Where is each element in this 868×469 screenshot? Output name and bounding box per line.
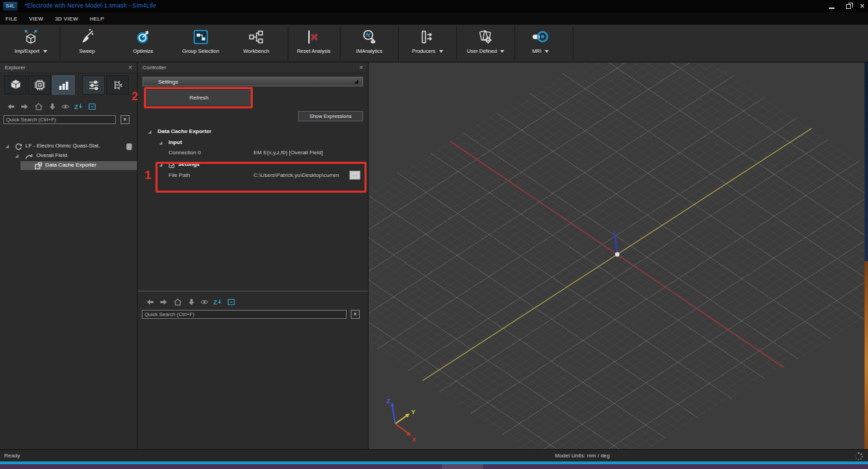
visibility-eye-icon[interactable] [199,297,210,306]
select-box-icon[interactable] [226,297,236,306]
controller-panel: Controller × Settings Refresh Show Expre… [138,62,368,449]
group-selection-icon [192,27,210,47]
nav-forward-icon[interactable] [20,101,30,111]
expander-icon[interactable] [148,130,151,134]
field-arrow-icon [25,152,33,160]
refresh-button[interactable]: Refresh [145,89,253,106]
collapse-triangle-icon [354,80,358,84]
taskbar-item-hint [442,464,483,469]
model-cube-icon [9,78,23,92]
nav-back-icon[interactable] [5,101,16,111]
sort-z-icon[interactable]: Z [73,101,84,111]
toolbar-label: Reset Analysis [297,48,330,54]
reset-analysis-icon [305,27,323,47]
controller-close-icon[interactable]: × [359,64,363,71]
toolbar-optimize[interactable]: Optimize [118,27,169,60]
menu-3d-view[interactable]: 3D VIEW [55,16,78,22]
busy-spinner-icon [854,452,863,461]
tree-row-data-cache-exporter[interactable]: Data Cache Exporter [0,161,137,170]
menu-file[interactable]: FILE [5,16,17,22]
toolbar-imp-export[interactable]: Imp/Export [4,27,58,60]
expander-icon[interactable] [15,154,18,158]
toolbar-imanalytics[interactable]: IMAnalytics [343,27,396,60]
visibility-eye-icon[interactable] [60,101,71,111]
property-group-data-cache-exporter[interactable]: Data Cache Exporter [138,128,368,136]
user-defined-docs-icon [477,27,495,47]
nav-back-icon[interactable] [145,297,155,306]
controller-header: Controller × [138,62,368,73]
tree-row-simulation[interactable]: LF - Electro Ohmic Quasi-Stat. [0,142,137,151]
database-icon [125,143,133,151]
property-group-label: Data Cache Exporter [158,128,212,134]
toolbar-reset-analysis[interactable]: Reset Analysis [290,27,337,60]
property-group-settings[interactable]: Settings [138,160,368,169]
file-path-value[interactable]: C:\Users\Patrick.yu\Desktop\curren [253,172,339,178]
menu-help[interactable]: HELP [90,16,104,22]
restore-button[interactable] [843,2,854,10]
explorer-search-clear-icon[interactable]: × [121,115,129,124]
panel-divider [138,291,368,291]
hierarchy-tree-icon [111,78,125,92]
expander-icon[interactable] [5,145,9,148]
status-bar: Ready Model Units: mm / deg [0,449,868,461]
toolbar-separator [398,26,399,60]
simulation-chip-icon [33,78,47,92]
expander-icon[interactable] [159,163,162,167]
toolbar-separator [60,26,60,60]
minimize-button[interactable] [826,2,836,10]
toolbar-workbench[interactable]: Workbench [232,27,281,60]
controller-search-clear-icon[interactable]: × [351,310,360,319]
toolbar-group-selection[interactable]: Group Selection [173,27,229,60]
controller-search-input[interactable] [142,310,347,319]
z-axis-label: Z [386,397,390,405]
nav-down-icon[interactable] [47,101,58,111]
property-group-input[interactable]: Input [138,139,368,147]
analysis-chart-icon [57,78,71,92]
view-simulation-button[interactable] [28,75,51,95]
nav-home-icon[interactable] [34,101,44,111]
menu-bar: FILE VIEW 3D VIEW HELP [0,12,868,25]
dropdown-caret-icon [545,50,549,53]
browse-file-button[interactable]: … [349,171,360,180]
toolbar-user-defined[interactable]: User Defined [458,27,514,60]
property-label: File Path [169,172,190,178]
toolbar-sweep[interactable]: Sweep [64,27,110,60]
toolbar-producers[interactable]: Producers [400,27,455,60]
tree-row-overall-field[interactable]: Overall Field [0,152,137,160]
property-row-file-path[interactable]: File Path C:\Users\Patrick.yu\Desktop\cu… [138,171,368,180]
sort-z-icon[interactable]: Z [212,297,223,306]
toolbar-label: Workbench [243,48,269,54]
property-row-connection-0[interactable]: Connection 0 EM E(x,y,z,f0) [Overall Fie… [138,149,368,158]
expander-icon[interactable] [159,141,162,145]
select-box-icon[interactable] [87,101,97,111]
main-toolbar: Imp/Export Sweep [0,25,868,62]
tree-label: LF - Electro Ohmic Quasi-Stat. [25,143,100,149]
show-expressions-button[interactable]: Show Expressions [298,111,363,121]
view-analysis-button[interactable] [52,75,75,95]
sweep-broom-icon [78,27,96,47]
filter-sliders-icon [87,78,101,92]
minimize-icon [829,8,834,9]
menu-view[interactable]: VIEW [29,16,43,22]
explorer-close-icon[interactable]: × [128,64,132,71]
toolbar-separator [514,26,515,60]
imanalytics-magnifier-icon [360,27,378,47]
explorer-title: Explorer [5,64,25,71]
producers-output-icon [419,27,436,47]
close-button[interactable]: × [857,2,867,10]
viewport-overlay: Z Y X [369,62,865,449]
toolbar-mri[interactable]: MRI [517,27,565,60]
view-model-button[interactable] [4,75,27,95]
nav-down-icon[interactable] [186,297,197,306]
settings-section-bar[interactable]: Settings [142,77,363,86]
nav-home-icon[interactable] [173,297,183,306]
3d-viewport[interactable]: Z Y X [369,62,865,449]
toolbar-separator [288,26,288,60]
view-filter-button[interactable] [82,75,105,95]
toolbar-label: MRI [532,48,542,54]
explorer-search-input[interactable] [3,115,116,124]
windows-taskbar [0,464,868,469]
nav-forward-icon[interactable] [159,297,169,306]
toolbar-separator [456,26,457,60]
view-hierarchy-button[interactable] [106,75,129,95]
